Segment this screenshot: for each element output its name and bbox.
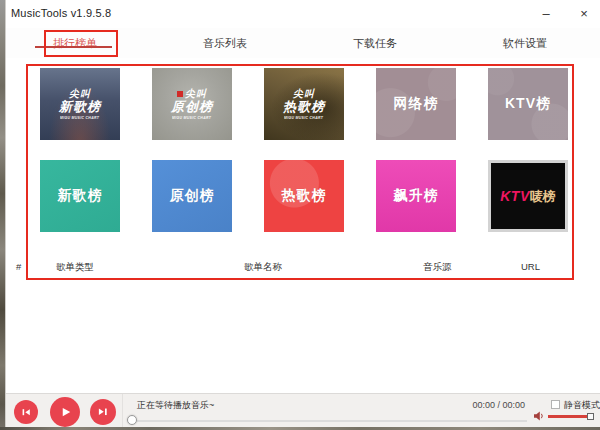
volume-slider[interactable] [548, 415, 591, 418]
mute-mode-checkbox[interactable] [551, 400, 560, 409]
active-tab-underline [35, 46, 112, 48]
tile-label: 新歌榜 [58, 187, 103, 205]
tile-soaring-chart[interactable]: 飙升榜 [376, 160, 456, 232]
tile-jianjiao-original-chart[interactable]: 尖叫 原创榜 MIGU MUSIC CHART [152, 68, 232, 140]
tile-subtitle: MIGU MUSIC CHART [172, 116, 211, 119]
tile-label: KTV榜 [505, 95, 551, 113]
tab-music-list[interactable]: 音乐列表 [150, 28, 300, 58]
tab-settings-label: 软件设置 [503, 37, 547, 49]
tile-line2: 热歌榜 [283, 99, 325, 114]
progress-slider-handle[interactable] [127, 415, 137, 425]
tab-bar: 排行榜单 音乐列表 下载任务 软件设置 [0, 28, 600, 58]
title-bar: MusicTools v1.9.5.8 – × [0, 0, 600, 28]
tile-line1: 尖叫 [177, 88, 207, 99]
tile-label: 原创榜 [170, 187, 215, 205]
progress-slider[interactable] [137, 420, 527, 422]
play-button[interactable] [50, 397, 80, 427]
col-playlist-name: 歌单名称 [244, 261, 282, 274]
chart-tiles-bottom-row: 新歌榜 原创榜 热歌榜 飙升榜 KTV唛榜 [40, 160, 568, 232]
tile-label: 网络榜 [394, 95, 439, 113]
tile-label: 飙升榜 [394, 187, 439, 205]
previous-track-button[interactable] [14, 400, 38, 424]
tile-label: 热歌榜 [282, 187, 327, 205]
minimize-button[interactable]: – [536, 4, 556, 24]
tile-network-chart[interactable]: 网络榜 [376, 68, 456, 140]
tab-download-tasks-label: 下载任务 [353, 37, 397, 49]
col-playlist-type: 歌单类型 [56, 261, 94, 274]
tile-line2: 原创榜 [171, 99, 213, 114]
tile-label-rest: 唛榜 [530, 189, 556, 204]
tile-subtitle: MIGU MUSIC CHART [284, 116, 323, 119]
next-icon [95, 404, 111, 420]
tile-line1: 尖叫 [293, 88, 315, 99]
tile-ktv-chart[interactable]: KTV榜 [488, 68, 568, 140]
tile-original-chart[interactable]: 原创榜 [152, 160, 232, 232]
time-display: 00:00 / 00:00 [440, 400, 525, 410]
window-title: MusicTools v1.9.5.8 [11, 7, 111, 19]
tile-jianjiao-new-song-chart[interactable]: 尖叫 新歌榜 MIGU MUSIC CHART [40, 68, 120, 140]
mute-mode-label: 静音模式 [564, 399, 600, 412]
background-window-edge-left [0, 0, 6, 430]
tile-ktv-mai-chart[interactable]: KTV唛榜 [488, 160, 568, 232]
tile-new-song-chart[interactable]: 新歌榜 [40, 160, 120, 232]
chart-tiles-top-row: 尖叫 新歌榜 MIGU MUSIC CHART 尖叫 原创榜 MIGU MUSI… [40, 68, 568, 140]
col-url: URL [521, 261, 540, 272]
tile-label-ktv: KTV [500, 188, 530, 204]
close-button[interactable]: × [574, 4, 594, 24]
tile-line2: 新歌榜 [59, 99, 101, 114]
tab-music-list-label: 音乐列表 [203, 37, 247, 49]
next-track-button[interactable] [90, 399, 116, 425]
tile-jianjiao-hot-song-chart[interactable]: 尖叫 热歌榜 MIGU MUSIC CHART [264, 68, 344, 140]
tab-settings[interactable]: 软件设置 [450, 28, 600, 58]
play-icon [56, 403, 74, 421]
playback-status-text: 正在等待播放音乐~ [137, 399, 214, 412]
red-seal-icon [177, 91, 183, 97]
tile-subtitle: MIGU MUSIC CHART [60, 116, 99, 119]
tile-hot-song-chart[interactable]: 热歌榜 [264, 160, 344, 232]
player-divider [122, 394, 123, 430]
previous-icon [19, 405, 33, 419]
player-bar: 正在等待播放音乐~ 00:00 / 00:00 静音模式 [0, 393, 600, 430]
tile-line1: 尖叫 [69, 88, 91, 99]
tab-rank-charts[interactable]: 排行榜单 [0, 28, 150, 58]
speaker-icon [533, 410, 545, 422]
col-index: # [16, 261, 21, 272]
volume-slider-handle[interactable] [587, 413, 594, 420]
tab-download-tasks[interactable]: 下载任务 [300, 28, 450, 58]
col-music-source: 音乐源 [423, 261, 452, 274]
